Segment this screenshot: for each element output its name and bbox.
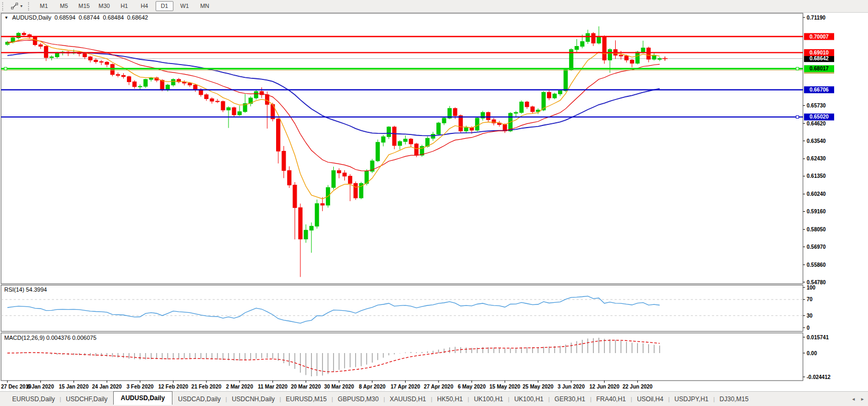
timeframe-button-w1[interactable]: W1 [176,1,194,11]
chart-tab-eurusd-m15[interactable]: EURUSD,M15 [280,393,332,405]
price-badge-0.69010: 0.69010 [804,49,834,56]
tab-scroll-arrows: ◂ ▸ [852,392,864,406]
chart-tab-uk100-h1[interactable]: UK100,H1 [508,393,549,405]
chart-title: ▼ AUDUSD,Daily 0.68594 0.68744 0.68484 0… [4,14,148,21]
chart-tab-usdchf-daily[interactable]: USDCHF,Daily [60,393,114,405]
ohlc-open: 0.68594 [54,14,76,21]
svg-text:15 May 2020: 15 May 2020 [489,384,520,390]
svg-text:24 Jan 2020: 24 Jan 2020 [92,384,122,390]
svg-text:0.59160: 0.59160 [807,209,826,214]
svg-text:11 Mar 2020: 11 Mar 2020 [258,384,288,390]
svg-text:25 May 2020: 25 May 2020 [523,384,554,390]
chart-tab-hk50-h1[interactable]: HK50,H1 [431,393,469,405]
svg-text:0: 0 [807,325,810,331]
svg-text:0.68642: 0.68642 [809,56,829,61]
chart-tab-ger30-h1[interactable]: GER30,H1 [549,393,591,405]
svg-text:0.71190: 0.71190 [807,15,826,21]
timeframe-button-m15[interactable]: M15 [75,1,93,11]
trendline-tool-button[interactable]: ▼ [8,1,26,12]
price-badge-0.70007: 0.70007 [804,33,834,40]
svg-text:-0.024412: -0.024412 [807,374,830,380]
svg-text:0.61350: 0.61350 [807,173,826,179]
horizontal-line-objects[interactable] [1,37,803,118]
timeframe-button-group: M1M5M15M30H1H4D1W1MN [34,1,215,11]
chart-tabs: EURUSD,Daily|USDCHF,DailyAUDUSD,DailyUSD… [6,393,754,405]
chart-tab-usdcad-daily[interactable]: USDCAD,Daily [172,393,227,405]
macd-panel: 0.0157410.00-0.024412 [7,335,830,380]
hline-handle [796,115,799,118]
candlesticks [6,26,662,277]
svg-text:30 Mar 2020: 30 Mar 2020 [324,384,354,390]
svg-text:2 Mar 2020: 2 Mar 2020 [226,384,253,390]
svg-text:0.64620: 0.64620 [807,121,826,127]
svg-text:0.58050: 0.58050 [807,227,826,232]
chart-tab-usoil-h4[interactable]: USOil,H4 [631,393,669,405]
svg-text:8 Apr 2020: 8 Apr 2020 [359,384,386,390]
svg-text:30: 30 [807,313,813,319]
chart-tab-audusd-daily[interactable]: AUDUSD,Daily [113,391,172,405]
svg-text:20 Mar 2020: 20 Mar 2020 [291,384,321,390]
svg-text:27 Apr 2020: 27 Apr 2020 [424,384,453,390]
svg-text:0.65020: 0.65020 [809,114,829,120]
svg-text:0.62430: 0.62430 [807,156,826,161]
price-badge-0.68017: 0.68017 [804,65,834,72]
timeframe-button-m1[interactable]: M1 [35,1,53,11]
rsi-indicator-label: RSI(14) 54.3994 [4,286,47,293]
svg-text:0.66706: 0.66706 [809,87,829,93]
macd-indicator-label: MACD(12,26,9) 0.004376 0.006075 [4,335,96,341]
svg-text:22 Jun 2020: 22 Jun 2020 [623,384,653,390]
timeframe-button-h4[interactable]: H4 [135,1,153,11]
rsi-line [7,296,660,323]
symbol-label: AUDUSD,Daily [12,14,51,21]
toolbar-grip[interactable] [2,2,5,11]
svg-text:0.60240: 0.60240 [807,191,826,197]
top-toolbar: ▼ M1M5M15M30H1H4D1W1MN [0,0,868,13]
timeframe-button-d1[interactable]: D1 [156,1,173,11]
chart-tab-gbpusd-m30[interactable]: GBPUSD,M30 [332,393,385,405]
svg-text:70: 70 [807,296,813,302]
svg-text:12 Feb 2020: 12 Feb 2020 [158,384,188,390]
main-chart[interactable]: 0.711900.657300.646200.635400.624300.613… [0,13,868,391]
svg-text:0.55860: 0.55860 [807,262,826,268]
tab-scroll-left-icon[interactable]: ◂ [852,396,855,402]
chart-tab-eurusd-daily[interactable]: EURUSD,Daily [6,393,61,405]
svg-text:17 Apr 2020: 17 Apr 2020 [391,384,421,390]
chart-tab-usdcnh-daily[interactable]: USDCNH,Daily [226,393,280,405]
timeframe-button-mn[interactable]: MN [196,1,214,11]
timeframe-button-m5[interactable]: M5 [55,1,73,11]
chevron-down-icon: ▼ [20,4,23,8]
toolbar-grip[interactable] [28,2,31,11]
ohlc-close: 0.68642 [127,14,148,21]
svg-text:100: 100 [807,285,816,291]
ohlc-high: 0.68744 [79,14,100,21]
chart-tab-usdjpy-h1[interactable]: USDJPY,H1 [669,393,714,405]
svg-text:0.015741: 0.015741 [807,335,829,340]
trendline-tool-icon [11,2,19,10]
current-price-badge: 0.68642 [804,55,834,62]
chart-tabbar: EURUSD,Daily|USDCHF,DailyAUDUSD,DailyUSD… [0,391,868,406]
timeframe-button-h1[interactable]: H1 [115,1,133,11]
svg-text:0.65730: 0.65730 [807,103,826,109]
svg-text:6 Jan 2020: 6 Jan 2020 [27,384,54,390]
svg-text:0.63540: 0.63540 [807,138,826,144]
timeframe-button-m30[interactable]: M30 [95,1,113,11]
chart-tab-uk100-h1[interactable]: UK100,H1 [468,393,509,405]
chart-tab-fra40-h1[interactable]: FRA40,H1 [590,393,632,405]
rsi-panel: 10070300 [1,285,816,331]
chart-tab-xauusd-h1[interactable]: XAUUSD,H1 [384,393,432,405]
svg-text:21 Feb 2020: 21 Feb 2020 [191,384,222,390]
chart-tab-dj30-m15[interactable]: DJ30,M15 [714,393,754,405]
date-axis: 27 Dec 20196 Jan 202015 Jan 202024 Jan 2… [1,381,653,390]
svg-text:3 Jun 2020: 3 Jun 2020 [558,384,585,390]
tab-scroll-right-icon[interactable]: ▸ [861,396,864,402]
hline-handle [796,67,799,70]
price-badge-0.65020: 0.65020 [804,113,834,120]
svg-text:0.00: 0.00 [807,350,817,356]
svg-text:12 Jun 2020: 12 Jun 2020 [589,384,619,390]
svg-text:0.68017: 0.68017 [809,66,829,71]
svg-text:6 May 2020: 6 May 2020 [458,384,486,390]
svg-text:0.69010: 0.69010 [809,50,829,56]
svg-text:0.56970: 0.56970 [807,244,826,250]
chart-menu-caret-icon[interactable]: ▼ [4,15,8,20]
ohlc-low: 0.68484 [103,14,124,21]
